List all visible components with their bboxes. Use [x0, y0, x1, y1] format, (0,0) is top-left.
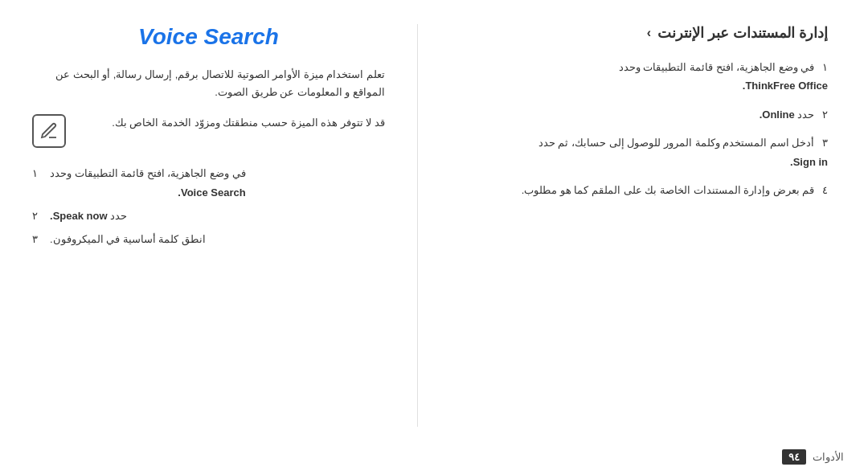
description-text: تعلم استخدام ميزة الأوامر الصوتية للاتصا… — [55, 68, 385, 98]
left-step-2-number: ٢ — [32, 207, 45, 225]
left-step-1-bold: Voice Search. — [178, 186, 245, 199]
footer-label: الأدوات — [813, 451, 844, 463]
right-step-4: ٤ قم بعرض وإدارة المستندات الخاصة بك على… — [442, 181, 828, 199]
left-step-2-bold: Speak now. — [50, 210, 108, 222]
right-step-2-text: حدد — [795, 109, 815, 121]
note-text: قد لا تتوفر هذه الميزة حسب منطقتك ومزوّد… — [76, 114, 385, 132]
left-step-2: حدد Speak now. ٢ — [32, 207, 385, 225]
left-panel: Voice Search تعلم استخدام ميزة الأوامر ا… — [0, 24, 418, 427]
right-step-2-number: ٢ — [822, 109, 828, 121]
left-description: تعلم استخدام ميزة الأوامر الصوتية للاتصا… — [32, 66, 385, 101]
footer: الأدوات ٩٤ — [0, 443, 868, 471]
pencil-icon — [39, 121, 59, 141]
right-panel: إدارة المستندات عبر الإنترنت › ١ في وضع … — [418, 24, 868, 427]
right-title-text: إدارة المستندات عبر الإنترنت — [657, 24, 828, 42]
left-steps-list: في وضع الجاهزية، افتح قائمة التطبيقات وح… — [32, 164, 385, 254]
right-step-1: ١ في وضع الجاهزية، افتح قائمة التطبيقات … — [442, 58, 828, 96]
footer-page-number: ٩٤ — [782, 449, 806, 465]
right-step-1-text: في وضع الجاهزية، افتح قائمة التطبيقات وح… — [619, 61, 815, 73]
left-step-1-before: في وضع الجاهزية، افتح قائمة التطبيقات وح… — [50, 167, 246, 179]
left-step-3-before: انطق كلمة أساسية في الميكروفون. — [50, 233, 206, 245]
page-container: Voice Search تعلم استخدام ميزة الأوامر ا… — [0, 0, 868, 471]
note-icon — [32, 114, 66, 148]
right-step-4-number: ٤ — [822, 184, 828, 196]
left-step-1-text: في وضع الجاهزية، افتح قائمة التطبيقات وح… — [50, 164, 246, 202]
right-step-3-bold: Sign in. — [790, 156, 828, 168]
right-step-1-number: ١ — [822, 61, 828, 73]
chevron-right-icon: › — [647, 26, 651, 40]
left-step-3: انطق كلمة أساسية في الميكروفون. ٣ — [32, 230, 385, 248]
voice-search-title: Voice Search — [138, 24, 279, 50]
left-step-2-before: حدد — [108, 210, 128, 222]
right-step-3-number: ٣ — [822, 137, 828, 149]
left-step-3-text: انطق كلمة أساسية في الميكروفون. — [50, 230, 206, 248]
right-step-1-bold: ThinkFree Office. — [743, 80, 828, 92]
right-step-2: ٢ حدد Online. — [442, 105, 828, 124]
left-step-2-text: حدد Speak now. — [50, 207, 127, 225]
right-section-title: إدارة المستندات عبر الإنترنت › — [442, 24, 828, 42]
right-steps-list: ١ في وضع الجاهزية، افتح قائمة التطبيقات … — [442, 58, 828, 209]
left-step-1-number: ١ — [32, 164, 45, 182]
right-step-4-text: قم بعرض وإدارة المستندات الخاصة بك على ا… — [522, 184, 815, 196]
note-box: قد لا تتوفر هذه الميزة حسب منطقتك ومزوّد… — [32, 114, 385, 148]
right-step-3: ٣ أدخل اسم المستخدم وكلمة المرور للوصول … — [442, 133, 828, 171]
left-step-3-number: ٣ — [32, 230, 45, 248]
right-step-3-text: أدخل اسم المستخدم وكلمة المرور للوصول إل… — [538, 137, 815, 149]
right-step-2-bold: Online. — [760, 109, 795, 121]
main-content: Voice Search تعلم استخدام ميزة الأوامر ا… — [0, 0, 868, 443]
footer-page-info: الأدوات ٩٤ — [782, 449, 844, 465]
left-step-1: في وضع الجاهزية، افتح قائمة التطبيقات وح… — [32, 164, 385, 202]
